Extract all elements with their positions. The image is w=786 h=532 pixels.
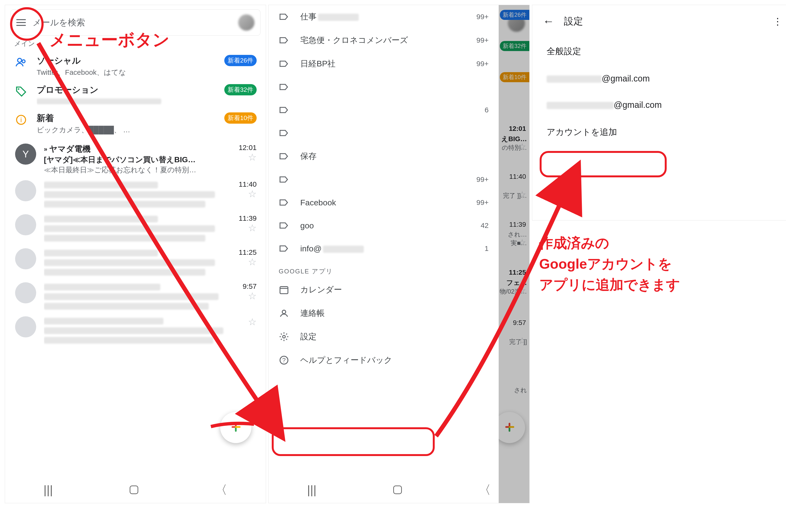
email-sender [44,282,238,292]
category-icon [15,86,27,97]
drawer-label[interactable]: Facebook99+ [269,191,499,214]
label-icon [279,82,289,92]
badge: 新着26件 [224,55,257,66]
category-row[interactable]: プロモーション 新着32件 [5,81,266,109]
drawer-contacts[interactable]: 連絡帳 [269,301,499,325]
email-row[interactable]: 9:57 ☆ [5,277,266,311]
overflow-icon[interactable]: ⋮ [773,16,782,27]
category-sub: ビックカメラ、█████、 … [37,125,215,135]
svg-point-2 [18,88,19,90]
drawer-label[interactable]: 99+ [269,168,499,191]
drawer-item-label: 仕事 [300,11,359,22]
email-row[interactable]: 11:39 ☆ [5,209,266,243]
label-icon [279,128,289,138]
nav-recent-icon[interactable]: ||| [307,483,317,497]
account-suffix: @gmail.com [602,74,650,84]
label-icon [279,105,289,115]
email-row[interactable]: 11:40 ☆ [5,175,266,209]
email-subject [44,292,238,301]
email-sender [44,214,234,224]
category-row[interactable]: ソーシャル Twitter、Facebook、はてな 新着26件 [5,51,266,81]
drawer-item-label: goo [300,221,314,230]
star-icon[interactable]: ☆ [239,223,257,233]
sender-avatar [15,316,36,338]
label-icon [279,35,289,46]
drawer-help[interactable]: ? ヘルプとフィードバック [269,348,499,372]
email-row[interactable]: ☆ [5,311,266,345]
drawer-item-label: 設定 [300,331,317,342]
category-title: ソーシャル [37,55,215,67]
drawer-label[interactable]: 日経BP社99+ [269,52,499,75]
drawer-label[interactable]: 保存 [269,144,499,168]
contacts-icon [279,308,289,319]
add-account[interactable]: アカウントを追加 [532,118,786,146]
drawer-calendar[interactable]: カレンダー [269,278,499,301]
gmail-settings-screen: ← 設定 ⋮ 全般設定 @gmail.com @gmail.com アカウントを… [532,5,786,221]
svg-point-1 [22,60,25,63]
drawer-item-label: カレンダー [300,284,342,295]
general-settings[interactable]: 全般設定 [532,38,786,65]
svg-text:i: i [20,116,22,124]
drawer-label[interactable]: 仕事99+ [269,5,499,28]
star-icon[interactable]: ☆ [239,256,257,268]
account-avatar[interactable] [238,15,254,31]
drawer-item-count: 99+ [477,60,489,68]
email-snippet [44,200,234,209]
svg-point-0 [18,58,22,62]
email-time: 11:40 [239,180,257,188]
category-title: プロモーション [37,84,215,96]
email-subject [44,224,234,233]
star-icon[interactable]: ☆ [239,152,257,163]
label-icon [279,11,289,22]
star-icon[interactable]: ☆ [248,316,257,327]
email-sender: » ヤマダ電機 [44,143,234,155]
drawer-item-count: 42 [481,222,489,230]
drawer-label[interactable]: 6 [269,98,499,121]
label-icon [279,59,289,69]
drawer-label[interactable] [269,75,499,98]
annotation-text-menu: メニューボタン [49,29,170,51]
gear-icon [279,331,289,342]
email-subject: [ヤマダ]≪本日までパソコン買い替えBIG… [44,155,234,165]
star-icon[interactable]: ☆ [239,188,257,200]
drawer-item-label: ヘルプとフィードバック [300,355,392,366]
email-row[interactable]: Y » ヤマダ電機 [ヤマダ]≪本日までパソコン買い替えBIG… ≪本日最終日≫… [5,138,266,175]
badge: 新着32件 [224,84,257,95]
drawer-label[interactable]: 宅急便・クロネコメンバーズ99+ [269,28,499,52]
android-nav-bar: ||| 〈 [269,477,529,503]
nav-home-icon[interactable] [130,486,138,494]
annotation-box-add-account [540,151,667,177]
nav-recent-icon[interactable]: ||| [44,483,53,497]
label-icon [279,243,289,254]
drawer-label[interactable] [269,121,499,144]
email-time: 9:57 [243,282,257,291]
drawer-settings[interactable]: 設定 [269,325,499,348]
email-time: 11:25 [239,248,257,256]
category-row[interactable]: i 新着 ビックカメラ、█████、 … 新着10件 [5,109,266,138]
gmail-inbox-screen: メールを検索 メイン ソーシャル Twitter、Facebook、はてな 新着… [5,5,266,503]
drawer-item-count: 99+ [477,176,489,184]
email-time: 12:01 [239,143,257,152]
nav-back-icon[interactable]: 〈 [215,482,227,498]
back-icon[interactable]: ← [543,15,554,28]
email-snippet [44,336,243,345]
drawer-item-label: 宅急便・クロネコメンバーズ [300,35,408,46]
email-row[interactable]: 11:25 ☆ [5,243,266,277]
nav-back-icon[interactable]: 〈 [479,482,491,498]
account-row-2[interactable]: @gmail.com [532,92,786,118]
nav-home-icon[interactable] [393,486,402,494]
sender-avatar [15,180,36,201]
background-sliver: 新着26件新着32件新着10件12:01えBIG…の特別…☆11:40完了 ]]… [498,5,529,503]
account-row-1[interactable]: @gmail.com [532,65,786,92]
sender-avatar [15,282,36,303]
category-icon: i [15,114,27,126]
drawer-item-count: 1 [485,245,489,253]
android-nav-bar: ||| 〈 [5,477,266,503]
drawer-item-label: Facebook [300,198,336,207]
compose-fab[interactable] [220,412,251,443]
drawer-label[interactable]: info@1 [269,237,499,260]
drawer-label[interactable]: goo42 [269,214,499,237]
annotation-box-settings [272,427,435,456]
label-icon [279,197,289,208]
star-icon[interactable]: ☆ [243,291,257,301]
